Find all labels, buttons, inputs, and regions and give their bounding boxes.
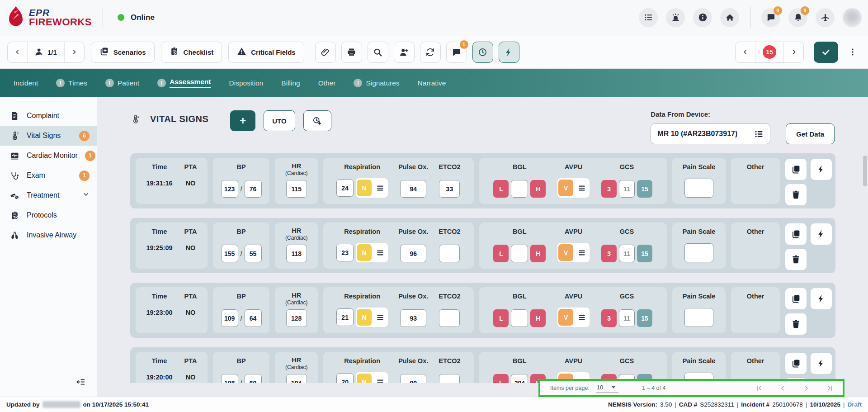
avpu-menu-button[interactable] (575, 313, 589, 322)
error-next-button[interactable] (783, 42, 803, 62)
checklist-button[interactable]: Checklist (161, 42, 222, 63)
bgl-low-button[interactable]: L (493, 245, 509, 262)
quick-actions-button[interactable] (499, 42, 519, 63)
respiration-quality-chip[interactable]: N (357, 180, 372, 196)
vertical-scrollbar[interactable] (863, 97, 867, 397)
row-quick-action-button[interactable] (811, 288, 832, 309)
last-page-button[interactable] (821, 381, 838, 395)
error-prev-button[interactable] (736, 42, 755, 62)
respiration-menu-button[interactable] (373, 313, 387, 322)
gcs-input[interactable]: 11 (619, 180, 635, 198)
tab-disposition[interactable]: Disposition (228, 76, 264, 90)
user-avatar[interactable] (843, 8, 862, 27)
respiration-menu-button[interactable] (373, 248, 387, 257)
pulse-ox-input[interactable]: 90 (400, 374, 426, 383)
bp-diastolic-input[interactable]: 64 (245, 309, 262, 327)
add-person-button[interactable] (394, 42, 415, 63)
avpu-menu-button[interactable] (575, 248, 589, 257)
sidebar-item-vital-signs[interactable]: Vital Signs 6 (0, 126, 97, 146)
avpu-menu-button[interactable] (575, 184, 589, 193)
bp-systolic-input[interactable]: 155 (221, 245, 238, 262)
gcs-high-chip[interactable]: 15 (637, 180, 652, 198)
tab-narrative[interactable]: Narrative (417, 76, 447, 90)
bp-diastolic-input[interactable]: 55 (245, 245, 262, 262)
device-select[interactable]: MR 10 (#AR23B073917) (651, 123, 770, 144)
etco2-input[interactable] (439, 309, 460, 327)
gcs-input[interactable]: 11 (619, 245, 635, 262)
sidebar-item-cardiac-monitor[interactable]: Cardiac Monitor 1 (0, 146, 97, 166)
notifications-button[interactable]: 9 (788, 8, 807, 27)
more-options-button[interactable] (844, 42, 861, 63)
respiration-input[interactable]: 24 (336, 179, 354, 197)
pain-scale-input[interactable] (684, 243, 713, 262)
pulse-ox-input[interactable]: 94 (400, 180, 426, 198)
copy-row-button[interactable] (785, 288, 807, 309)
items-per-page-select[interactable]: 10 (596, 384, 618, 393)
bp-systolic-input[interactable]: 108 (221, 374, 238, 383)
get-data-button[interactable]: Get Data (786, 123, 835, 144)
sidebar-collapse-button[interactable] (76, 377, 85, 387)
patient-next-button[interactable] (64, 42, 84, 62)
validate-record-button[interactable] (814, 42, 838, 63)
copy-row-button[interactable] (785, 159, 807, 180)
add-vital-signs-button[interactable]: + (230, 110, 255, 131)
sync-button[interactable] (420, 42, 441, 63)
pulse-ox-input[interactable]: 96 (400, 245, 426, 262)
patient-prev-button[interactable] (8, 42, 28, 62)
hr-input[interactable]: 118 (286, 245, 307, 262)
bgl-high-button[interactable]: H (530, 180, 546, 198)
respiration-quality-chip[interactable]: N (357, 374, 372, 383)
previous-page-button[interactable] (774, 381, 791, 395)
delete-row-button[interactable] (785, 249, 807, 270)
avpu-value-chip[interactable]: V (558, 309, 573, 326)
bp-systolic-input[interactable]: 123 (221, 180, 238, 198)
records-list-button[interactable] (639, 8, 658, 27)
bgl-input[interactable] (511, 180, 528, 198)
etco2-input[interactable] (439, 374, 460, 383)
critical-fields-button[interactable]: Critical Fields (228, 42, 304, 63)
copy-row-button[interactable] (785, 223, 807, 245)
avpu-value-chip[interactable]: V (558, 180, 573, 196)
bgl-low-button[interactable]: L (493, 374, 509, 383)
siren-button[interactable] (666, 8, 685, 27)
tab-incident[interactable]: Incident (13, 76, 39, 90)
pain-scale-input[interactable] (684, 179, 713, 198)
attachments-button[interactable] (315, 42, 336, 63)
airplane-mode-button[interactable] (816, 8, 835, 27)
gcs-low-chip[interactable]: 3 (601, 245, 617, 262)
time-tracking-button[interactable] (472, 42, 493, 63)
bgl-input[interactable]: 204 (511, 374, 528, 383)
respiration-menu-button[interactable] (373, 378, 387, 384)
delete-row-button[interactable] (785, 184, 807, 205)
first-page-button[interactable] (750, 381, 768, 395)
row-quick-action-button[interactable] (811, 159, 832, 180)
hr-input[interactable]: 128 (286, 309, 307, 327)
delete-row-button[interactable] (785, 313, 807, 335)
home-button[interactable] (720, 8, 739, 27)
sidebar-item-treatment[interactable]: Treatment (0, 185, 97, 205)
tab-patient[interactable]: ! Patient (104, 76, 140, 90)
respiration-input[interactable]: 21 (336, 308, 354, 326)
row-quick-action-button[interactable] (811, 353, 832, 374)
tab-signatures[interactable]: ! Signatures (353, 76, 400, 90)
pulse-ox-input[interactable]: 93 (400, 309, 426, 327)
respiration-menu-button[interactable] (373, 184, 387, 193)
copy-row-button[interactable] (785, 353, 807, 374)
bp-systolic-input[interactable]: 109 (221, 309, 238, 327)
gcs-input[interactable]: 11 (619, 309, 635, 327)
print-button[interactable] (341, 42, 362, 63)
bgl-high-button[interactable]: H (530, 309, 546, 327)
sidebar-item-complaint[interactable]: Complaint (0, 106, 97, 126)
hr-input[interactable]: 104 (286, 374, 307, 383)
sidebar-item-exam[interactable]: Exam 1 (0, 166, 97, 185)
row-quick-action-button[interactable] (811, 223, 832, 245)
bgl-low-button[interactable]: L (493, 180, 509, 198)
respiration-input[interactable]: 23 (336, 244, 354, 261)
pain-scale-input[interactable] (684, 308, 713, 327)
info-button[interactable] (693, 8, 712, 27)
gcs-high-chip[interactable]: 15 (637, 309, 652, 327)
tab-other[interactable]: Other (317, 76, 337, 90)
search-button[interactable] (368, 42, 388, 63)
bgl-input[interactable] (511, 309, 528, 327)
respiration-input[interactable]: 20 (336, 373, 354, 383)
